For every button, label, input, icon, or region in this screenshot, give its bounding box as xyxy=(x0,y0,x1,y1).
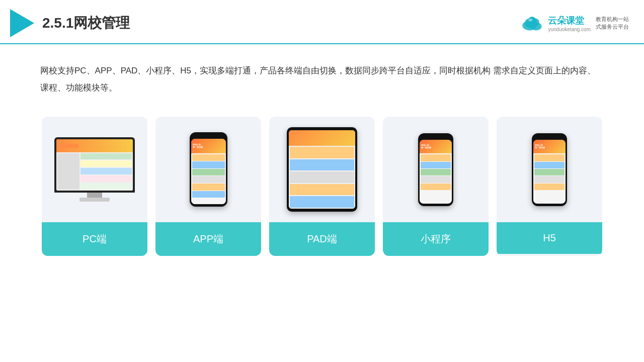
brand-slogan: 教育机构一站式服务云平台 xyxy=(596,16,629,31)
card-miniprogram: 职场人的第一堂职课 小程序 xyxy=(383,117,489,256)
miniprogram-phone-mockup: 职场人的第一堂职课 xyxy=(418,133,453,206)
mini-phone-screen: 职场人的第一堂职课 xyxy=(420,140,452,204)
card-app-image: 职场人的第一堂职课 xyxy=(155,117,261,222)
page-title: 2.5.1网校管理 xyxy=(42,14,130,33)
phone-notch xyxy=(202,135,214,138)
mini-phone-notch xyxy=(430,136,442,139)
pc-stand xyxy=(79,198,110,202)
card-h5-image: 职场人的第一堂职课 xyxy=(497,117,602,222)
svg-rect-6 xyxy=(58,144,78,148)
pad-screen xyxy=(289,130,355,209)
header-left: 2.5.1网校管理 xyxy=(10,9,130,37)
phone-screen: 职场人的第一堂职课 xyxy=(191,139,226,204)
card-h5-label: H5 xyxy=(497,222,602,254)
card-pc-image xyxy=(42,117,147,222)
svg-point-5 xyxy=(529,18,533,21)
h5-phone-mockup: 职场人的第一堂职课 xyxy=(532,133,567,206)
cloud-logo: 云朵课堂 yunduoketang.com xyxy=(521,14,591,32)
card-pad-label: PAD端 xyxy=(269,222,375,256)
header-right: 云朵课堂 yunduoketang.com 教育机构一站式服务云平台 xyxy=(521,14,629,32)
brand-text: 云朵课堂 yunduoketang.com xyxy=(548,15,591,32)
description-content: 网校支持PC、APP、PAD、小程序、H5，实现多端打通，产品各终端自由切换，数… xyxy=(40,66,596,93)
card-app: 职场人的第一堂职课 APP端 xyxy=(155,117,261,256)
pc-monitor xyxy=(54,137,135,193)
pc-screen xyxy=(56,139,133,191)
card-app-label: APP端 xyxy=(155,222,261,256)
page-header: 2.5.1网校管理 云朵课堂 yunduoketang.com 教育机构一站式服… xyxy=(0,0,644,44)
h5-phone-notch xyxy=(543,136,555,139)
pc-neck xyxy=(87,193,102,198)
card-pc: PC端 xyxy=(42,117,147,256)
cards-container: PC端 职场人的第一堂职课 xyxy=(0,107,644,266)
cloud-icon xyxy=(521,14,545,32)
pc-mockup xyxy=(54,137,135,202)
pad-mockup xyxy=(287,127,357,212)
description-text: 网校支持PC、APP、PAD、小程序、H5，实现多端打通，产品各终端自由切换，数… xyxy=(0,44,644,107)
brand-url: yunduoketang.com xyxy=(548,27,591,32)
card-pc-label: PC端 xyxy=(42,222,147,256)
brand-name: 云朵课堂 xyxy=(548,15,584,27)
logo-triangle-icon xyxy=(10,9,34,37)
app-phone-mockup: 职场人的第一堂职课 xyxy=(190,132,227,207)
card-h5: 职场人的第一堂职课 H5 xyxy=(497,117,602,256)
card-pad-image xyxy=(269,117,375,222)
card-miniprogram-label: 小程序 xyxy=(383,222,489,256)
h5-phone-screen: 职场人的第一堂职课 xyxy=(533,140,566,204)
card-miniprogram-image: 职场人的第一堂职课 xyxy=(383,117,489,222)
card-pad: PAD端 xyxy=(269,117,375,256)
